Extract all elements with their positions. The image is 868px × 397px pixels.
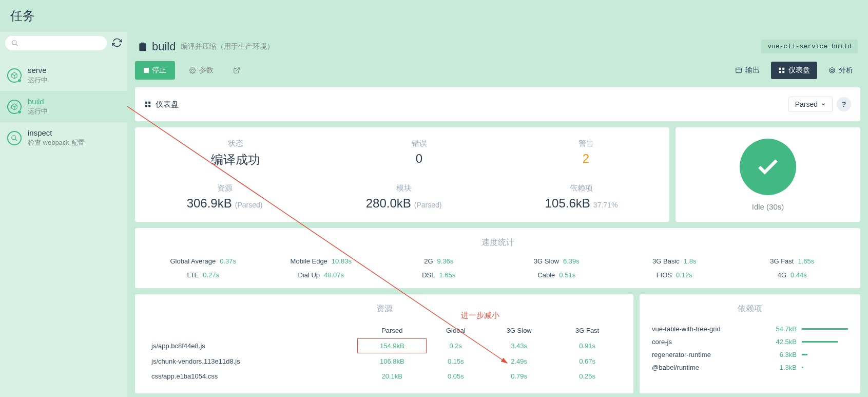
check-icon (755, 154, 781, 180)
svg-rect-14 (782, 71, 784, 73)
dashboard-title: 仪表盘 (156, 100, 179, 109)
task-name: serve (28, 66, 48, 74)
assets-value: 306.9kB (187, 196, 232, 210)
table-header: Parsed (357, 324, 427, 337)
speed-item: Mobile Edge10.83s (262, 257, 380, 265)
stop-button[interactable]: 停止 (135, 61, 175, 80)
parsed-dropdown-label: Parsed (795, 100, 818, 108)
warnings-label: 警告 (578, 139, 594, 148)
tab-output[interactable]: 输出 (728, 62, 767, 79)
dashboard-header-card: 仪表盘 Parsed ? (135, 87, 860, 121)
task-status: 运行中 (28, 107, 48, 116)
params-label: 参数 (199, 66, 214, 75)
modules-value: 280.0kB (366, 196, 411, 210)
tab-dashboard[interactable]: 仪表盘 (771, 62, 817, 79)
resources-card: 资源 ParsedGlobal3G Slow3G Fastjs/app.bc8f… (135, 294, 633, 393)
open-external-icon (233, 67, 240, 74)
speed-item: 4G0.44s (734, 271, 852, 279)
content: 进一步减小 build 编译并压缩（用于生产环境） vue-cli-servic… (127, 32, 868, 397)
chevron-down-icon (821, 102, 826, 107)
dep-row: core-js42.5kB (652, 335, 848, 348)
tab-analyze[interactable]: 分析 (821, 62, 860, 79)
deps-card: 依赖项 vue-table-with-tree-grid54.7kBcore-j… (640, 294, 860, 393)
dashboard-icon (778, 67, 785, 74)
svg-point-4 (12, 135, 16, 139)
stats-card: 状态 编译成功 错误 0 警告 2 (135, 127, 669, 222)
assets-sub: (Parsed) (235, 201, 263, 209)
deps-value: 105.6kB (545, 196, 590, 210)
table-header: Global (428, 324, 484, 337)
svg-rect-17 (145, 102, 147, 104)
svg-point-0 (12, 41, 16, 45)
success-circle (740, 139, 796, 195)
svg-rect-18 (148, 102, 150, 104)
speed-item: 3G Fast1.65s (734, 257, 852, 265)
cube-icon (7, 68, 22, 83)
dep-row: @babel/runtime1.3kB (652, 361, 848, 374)
svg-point-8 (191, 69, 194, 71)
open-external-button[interactable] (227, 62, 246, 79)
table-row: js/chunk-vendors.113e11d8.js106.8kB0.15s… (148, 354, 620, 368)
refresh-button[interactable] (112, 37, 122, 49)
speed-title: 速度统计 (144, 237, 851, 248)
speed-item: 3G Slow6.39s (498, 257, 616, 265)
task-name: inspect (28, 128, 85, 137)
warnings-value: 2 (578, 152, 594, 166)
content-header: build 编译并压缩（用于生产环境） vue-cli-service buil… (135, 32, 860, 61)
terminal-icon (735, 67, 742, 74)
idle-text: Idle (30s) (752, 202, 784, 211)
errors-value: 0 (412, 152, 427, 166)
svg-rect-11 (779, 68, 781, 70)
svg-line-1 (16, 44, 18, 46)
table-row: css/app.e1ba1054.css20.1kB0.05s0.79s0.25… (148, 369, 620, 383)
speed-item: LTE0.27s (144, 271, 262, 279)
stop-label: 停止 (152, 66, 166, 75)
search-input[interactable] (5, 36, 107, 50)
params-button[interactable]: 参数 (180, 61, 222, 80)
modules-label: 模块 (366, 183, 442, 193)
dep-row: vue-table-with-tree-grid54.7kB (652, 323, 848, 335)
parsed-dropdown[interactable]: Parsed (788, 97, 833, 112)
assets-label: 资源 (187, 183, 263, 193)
table-header: 3G Slow (485, 324, 553, 337)
cube-icon (7, 100, 22, 114)
sidebar-task-build[interactable]: build运行中 (0, 91, 127, 122)
deps-label: 依赖项 (545, 183, 618, 193)
svg-rect-19 (145, 105, 147, 107)
task-name: build (28, 97, 48, 106)
toolbar: 停止 参数 输出 仪表盘 (135, 61, 860, 80)
speed-item: Cable0.51s (498, 271, 616, 279)
deps-title: 依赖项 (652, 304, 848, 314)
status-card: Idle (30s) (676, 127, 860, 222)
target-icon (828, 67, 836, 74)
svg-point-16 (831, 69, 834, 72)
table-row: js/app.bc8f44e8.js154.9kB0.2s3.43s0.91s (148, 338, 620, 353)
stop-icon (144, 68, 149, 73)
tab-output-label: 输出 (745, 66, 760, 75)
clipboard-icon (138, 42, 148, 52)
status-label: 状态 (211, 139, 260, 148)
modules-sub: (Parsed) (414, 201, 442, 209)
refresh-icon (112, 37, 122, 48)
gear-icon (189, 67, 196, 74)
svg-line-5 (15, 139, 17, 141)
page-title: 任务 (0, 0, 868, 32)
table-header: 3G Fast (554, 324, 620, 337)
sidebar-task-serve[interactable]: serve运行中 (0, 60, 127, 91)
speed-item: 2G9.36s (380, 257, 498, 265)
task-command: vue-cli-service build (761, 40, 858, 53)
speed-item: 3G Basic1.8s (615, 257, 734, 265)
dep-row: regenerator-runtime6.3kB (652, 348, 848, 361)
speed-item: Dial Up48.07s (262, 271, 380, 279)
svg-rect-7 (141, 42, 145, 44)
status-value: 编译成功 (211, 152, 260, 168)
task-status: 检查 webpack 配置 (28, 138, 85, 147)
task-status: 运行中 (28, 75, 48, 85)
speed-card: 速度统计 Global Average0.37sMobile Edge10.83… (135, 228, 860, 288)
sidebar-task-inspect[interactable]: inspect检查 webpack 配置 (0, 122, 127, 154)
task-description: 编译并压缩（用于生产环境） (181, 42, 274, 51)
errors-label: 错误 (412, 139, 427, 148)
svg-rect-12 (782, 68, 784, 70)
help-button[interactable]: ? (837, 97, 851, 111)
speed-item: Global Average0.37s (144, 257, 262, 265)
